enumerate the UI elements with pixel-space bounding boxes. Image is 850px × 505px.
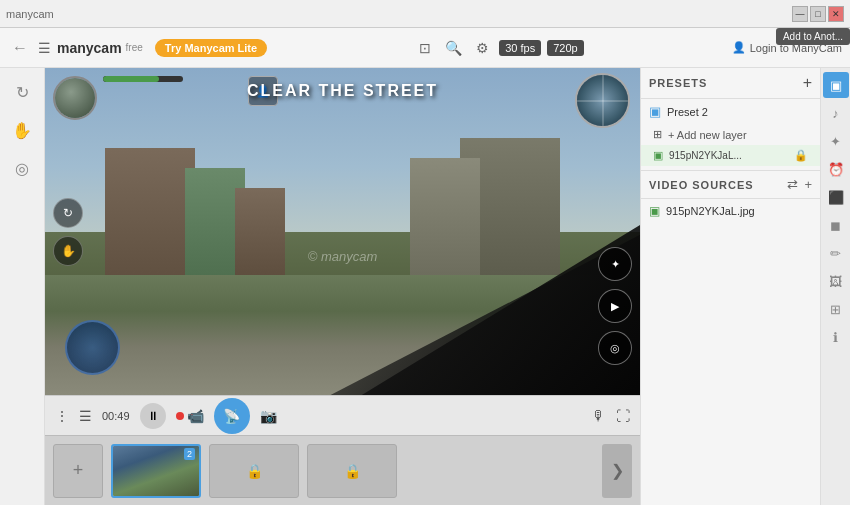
layer-number: 2	[184, 448, 195, 460]
logo-text: manycam	[57, 40, 122, 56]
preset-icon: ▣	[649, 104, 661, 119]
layer-item-name: 915pN2YKJaL...	[669, 150, 788, 161]
add-layer-icon: ⊞	[653, 128, 662, 141]
fps-badge: 30 fps	[499, 40, 541, 56]
building-5	[235, 188, 285, 288]
tooltip: Add to Anot...	[776, 28, 850, 45]
layer-locked-2: 🔒	[307, 444, 397, 498]
list-view-icon[interactable]: ☰	[79, 408, 92, 424]
far-right-panel: ▣ ♪ ✦ ⏰ ⬛ ◼ ✏ 🖼 ⊞ ℹ	[820, 68, 850, 505]
layer-locked-1: 🔒	[209, 444, 299, 498]
zoom-icon[interactable]: 🔍	[441, 36, 466, 60]
presets-add-button[interactable]: +	[803, 74, 812, 92]
title-bar-left: manycam	[6, 8, 54, 20]
rotate-left-icon[interactable]: ↻	[6, 76, 38, 108]
record-button[interactable]: 📹	[187, 408, 204, 424]
broadcast-button[interactable]: 📡	[214, 398, 250, 434]
more-options-icon[interactable]: ⋮	[55, 408, 69, 424]
video-sources-controls: ⇄ +	[787, 177, 812, 192]
add-layer-label: + Add new layer	[668, 129, 747, 141]
vs-file-icon: ▣	[649, 204, 660, 218]
minimize-button[interactable]: —	[792, 6, 808, 22]
snapshot-button[interactable]: 📷	[260, 408, 277, 424]
presets-header: PRESETS +	[641, 68, 820, 99]
camera-panel-icon[interactable]: ◼	[823, 212, 849, 238]
video-source-item[interactable]: ▣ 915pN2YKJaL.jpg	[641, 199, 820, 223]
main-toolbar: ← ☰ manycam free Try Manycam Lite ⊡ 🔍 ⚙ …	[0, 28, 850, 68]
vs-add-icon[interactable]: +	[804, 177, 812, 192]
preset-item[interactable]: ▣ Preset 2	[641, 99, 820, 124]
add-layer-button[interactable]: +	[53, 444, 103, 498]
game-background	[45, 68, 640, 395]
layers-next-button[interactable]: ❯	[602, 444, 632, 498]
video-toolbar: ⋮ ☰ 00:49 ⏸ 📹 📡 📷 🎙 ⛶	[45, 395, 640, 435]
vs-settings-icon[interactable]: ⇄	[787, 177, 798, 192]
title-bar: manycam — □ ✕ Add to Anot...	[0, 0, 850, 28]
layers-strip: + 2 🔒 🔒 ❯	[45, 435, 640, 505]
close-button[interactable]: ✕	[828, 6, 844, 22]
logo-area: manycam free	[57, 40, 143, 56]
record-dot	[176, 412, 184, 420]
grid-panel-icon[interactable]: ⊞	[823, 296, 849, 322]
layer-video-icon: ▣	[653, 149, 663, 162]
record-area: 📹	[176, 408, 204, 424]
screen-panel-icon[interactable]: ⬛	[823, 184, 849, 210]
info-panel-icon[interactable]: ℹ	[823, 324, 849, 350]
maximize-button[interactable]: □	[810, 6, 826, 22]
circle-select-icon[interactable]: ◎	[6, 152, 38, 184]
add-new-layer-button[interactable]: ⊞ + Add new layer	[641, 124, 820, 145]
mic-button[interactable]: 🎙	[592, 408, 606, 424]
layer-thumbnail-active[interactable]: 2	[111, 444, 201, 498]
fullscreen-button[interactable]: ⛶	[616, 408, 630, 424]
audio-panel-icon[interactable]: ♪	[823, 100, 849, 126]
user-icon: 👤	[732, 41, 746, 54]
broadcast-icon: 📡	[223, 408, 240, 424]
back-button[interactable]: ←	[8, 35, 32, 61]
image-panel-icon[interactable]: 🖼	[823, 268, 849, 294]
building-4	[410, 158, 480, 288]
logo-free: free	[126, 42, 143, 53]
layers-panel-icon[interactable]: ▣	[823, 72, 849, 98]
video-time: 00:49	[102, 410, 130, 422]
pause-button[interactable]: ⏸	[140, 403, 166, 429]
center-area: 👤 Clear the Street © manycam ↻	[45, 68, 640, 505]
effects-panel-icon[interactable]: ✦	[823, 128, 849, 154]
video-sources-label: VIDEO SOURCES	[649, 179, 754, 191]
video-area: 👤 Clear the Street © manycam ↻	[45, 68, 640, 395]
vs-file-name: 915pN2YKJaL.jpg	[666, 205, 755, 217]
video-sources-header: VIDEO SOURCES ⇄ +	[641, 170, 820, 199]
schedule-panel-icon[interactable]: ⏰	[823, 156, 849, 182]
settings-icon[interactable]: ⚙	[472, 36, 493, 60]
brush-panel-icon[interactable]: ✏	[823, 240, 849, 266]
hamburger-button[interactable]: ☰	[38, 40, 51, 56]
crop-icon[interactable]: ⊡	[415, 36, 435, 60]
preset-name: Preset 2	[667, 106, 708, 118]
main-content: ↻ ✋ ◎	[0, 68, 850, 505]
title-bar-controls[interactable]: — □ ✕	[792, 6, 844, 22]
right-panel: PRESETS + ▣ Preset 2 ⊞ + Add new layer ▣…	[640, 68, 820, 505]
title-bar-app: manycam	[6, 8, 54, 20]
try-button[interactable]: Try Manycam Lite	[155, 39, 267, 57]
layer-lock-icon: 🔒	[794, 149, 808, 162]
hand-gesture-icon[interactable]: ✋	[6, 114, 38, 146]
presets-label: PRESETS	[649, 77, 707, 89]
resolution-badge: 720p	[547, 40, 583, 56]
left-sidebar: ↻ ✋ ◎	[0, 68, 45, 505]
layer-item[interactable]: ▣ 915pN2YKJaL... 🔒	[641, 145, 820, 166]
